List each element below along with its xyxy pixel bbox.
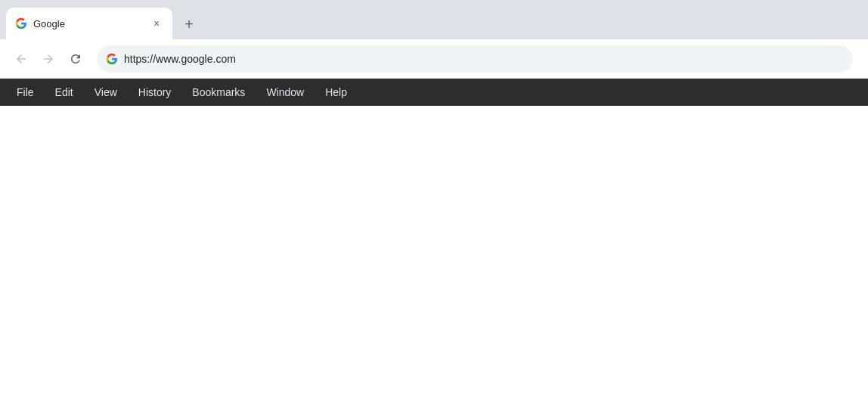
menu-item-file[interactable]: File	[6, 82, 45, 103]
nav-bar: https://www.google.com	[0, 39, 868, 79]
address-bar[interactable]: https://www.google.com	[97, 45, 853, 73]
menu-bar: File Edit View History Bookmarks Window …	[0, 79, 868, 106]
back-button[interactable]	[9, 47, 33, 71]
tab-bar: Google × +	[0, 0, 868, 39]
forward-button[interactable]	[36, 47, 60, 71]
back-icon	[14, 52, 28, 66]
tab-favicon	[15, 17, 27, 29]
address-favicon	[106, 53, 118, 65]
new-tab-button[interactable]: +	[178, 14, 200, 35]
forward-icon	[42, 52, 55, 66]
reload-button[interactable]	[64, 47, 88, 71]
active-tab[interactable]: Google ×	[6, 8, 172, 39]
menu-item-help[interactable]: Help	[315, 82, 358, 103]
content-area	[0, 106, 868, 393]
url-text: https://www.google.com	[124, 53, 844, 65]
tab-close-button[interactable]: ×	[150, 17, 163, 30]
menu-item-view[interactable]: View	[84, 82, 128, 103]
menu-item-history[interactable]: History	[128, 82, 182, 103]
reload-icon	[69, 52, 82, 66]
tab-title: Google	[33, 18, 144, 29]
menu-item-window[interactable]: Window	[256, 82, 315, 103]
menu-item-edit[interactable]: Edit	[45, 82, 84, 103]
menu-item-bookmarks[interactable]: Bookmarks	[181, 82, 256, 103]
